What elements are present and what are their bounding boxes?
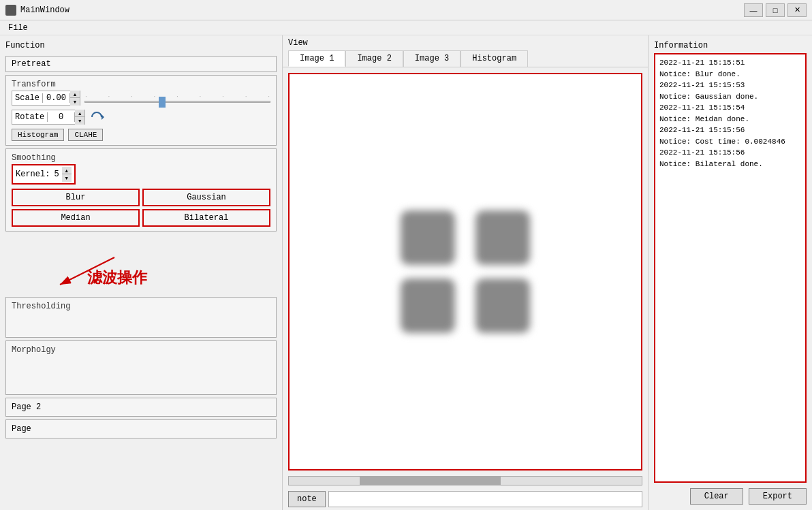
annotation-area: 滤波操作 — [5, 237, 277, 291]
scale-label: Scale — [12, 93, 43, 103]
log-line: Notice: Meidan done. — [659, 114, 801, 125]
tabs-row: Image 1 Image 2 Image 3 Histogram — [283, 50, 648, 67]
tab-image3[interactable]: Image 3 — [403, 50, 460, 67]
kernel-label: Kernel: — [16, 170, 50, 179]
tab-image1[interactable]: Image 1 — [288, 50, 345, 67]
image-content — [290, 74, 641, 469]
note-button[interactable]: note — [288, 491, 326, 507]
rotate-down-arrow[interactable]: ▼ — [75, 117, 84, 125]
title-bar: MainWindow — □ ✕ — [0, 0, 812, 20]
kernel-value: 5 — [54, 170, 59, 179]
menu-bar: File — [0, 20, 812, 35]
bottom-squares-row — [401, 278, 530, 333]
scale-slider[interactable]: ········· — [84, 93, 270, 103]
scale-value: 0.00 — [43, 93, 70, 103]
page-label: Page — [12, 424, 31, 434]
scale-spinbox[interactable]: Scale 0.00 ▲ ▼ — [12, 91, 80, 106]
log-line: 2022-11-21 15:15:53 — [659, 80, 801, 91]
note-row: note — [283, 488, 648, 510]
bilateral-button[interactable]: Bilateral — [142, 209, 270, 227]
page-section: Page — [5, 419, 277, 439]
information-label: Information — [654, 41, 807, 50]
smoothing-buttons: Blur Gaussian Median Bilateral — [12, 189, 270, 227]
left-panel: Function Pretreat Transform Scale 0.00 ▲… — [0, 35, 283, 510]
note-input[interactable] — [328, 491, 642, 507]
log-line: Notice: Bilateral done. — [659, 159, 801, 170]
blur-square-1 — [401, 210, 455, 265]
page2-label: Page 2 — [12, 402, 41, 412]
function-label: Function — [5, 41, 277, 50]
maximize-button[interactable]: □ — [766, 3, 785, 17]
log-line: 2022-11-21 15:15:51 — [659, 57, 801, 69]
window-title: MainWindow — [20, 5, 69, 15]
rotate-value: 0 — [48, 112, 75, 122]
rotate-spinbox[interactable]: Rotate 0 ▲ ▼ — [12, 110, 85, 125]
log-line: Notice: Blur done. — [659, 69, 801, 80]
blur-square-3 — [401, 278, 455, 333]
blur-square-4 — [475, 278, 530, 333]
rotate-up-arrow[interactable]: ▲ — [75, 110, 84, 117]
scale-down-arrow[interactable]: ▼ — [70, 98, 80, 106]
kernel-up-arrow[interactable]: ▲ — [62, 167, 72, 174]
close-button[interactable]: ✕ — [787, 3, 807, 17]
kernel-down-arrow[interactable]: ▼ — [62, 174, 72, 182]
tab-histogram[interactable]: Histogram — [460, 50, 528, 67]
clear-button[interactable]: Clear — [690, 488, 743, 505]
menu-file[interactable]: File — [3, 22, 33, 34]
scrollbar-thumb — [360, 477, 501, 485]
pretreat-box: Pretreat — [5, 56, 277, 72]
log-line: Notice: Gaussian done. — [659, 91, 801, 103]
scale-track — [84, 101, 270, 103]
thresholding-section: Thresholding — [5, 297, 277, 338]
view-label: View — [283, 35, 648, 50]
annotation-text: 滤波操作 — [87, 268, 147, 288]
center-panel: View Image 1 Image 2 Image 3 Histogram — [283, 35, 649, 510]
gaussian-button[interactable]: Gaussian — [142, 189, 270, 206]
information-box: 2022-11-21 15:15:51Notice: Blur done.202… — [654, 53, 807, 483]
transform-label: Transform — [12, 80, 270, 89]
rotate-icon — [89, 110, 104, 125]
scale-thumb[interactable] — [159, 97, 166, 108]
export-button[interactable]: Export — [749, 488, 807, 505]
log-line: 2022-11-21 15:15:56 — [659, 125, 801, 136]
horizontal-scrollbar[interactable] — [288, 476, 642, 485]
scale-up-arrow[interactable]: ▲ — [70, 91, 80, 98]
smoothing-label: Smoothing — [12, 153, 270, 163]
log-line: Notice: Cost time: 0.0024846 — [659, 136, 801, 148]
rotate-label: Rotate — [12, 112, 48, 122]
blur-square-2 — [475, 210, 530, 265]
histogram-button[interactable]: Histogram — [12, 129, 64, 141]
right-panel: Information 2022-11-21 15:15:51Notice: B… — [649, 35, 812, 510]
app-icon — [5, 5, 16, 16]
pretreat-label: Pretreat — [12, 59, 51, 69]
log-line: 2022-11-21 15:15:54 — [659, 102, 801, 114]
svg-marker-0 — [102, 114, 104, 120]
log-line: 2022-11-21 15:15:56 — [659, 147, 801, 159]
smoothing-section: Smoothing Kernel: 5 ▲ ▼ Blur Gaussian Me… — [5, 148, 277, 232]
clahe-button[interactable]: CLAHE — [68, 129, 103, 141]
morphology-label: Morpholgy — [12, 345, 270, 355]
kernel-box: Kernel: 5 ▲ ▼ — [12, 164, 76, 185]
morphology-section: Morpholgy — [5, 340, 277, 395]
image-area — [288, 73, 642, 471]
top-squares-row — [401, 210, 530, 265]
transform-section: Transform Scale 0.00 ▲ ▼ ········· — [5, 75, 277, 146]
tab-image2[interactable]: Image 2 — [345, 50, 403, 67]
page2-section: Page 2 — [5, 398, 277, 417]
info-bottom-row: Clear Export — [654, 488, 807, 505]
blur-button[interactable]: Blur — [12, 189, 140, 206]
median-button[interactable]: Median — [12, 209, 140, 227]
thresholding-label: Thresholding — [12, 302, 270, 311]
minimize-button[interactable]: — — [744, 3, 763, 17]
